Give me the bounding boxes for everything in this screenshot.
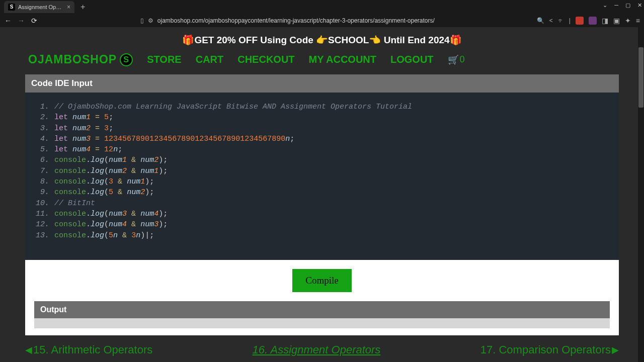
back-button[interactable]: ← <box>4 17 12 25</box>
nav-store[interactable]: STORE <box>147 54 182 65</box>
favicon-icon: S <box>8 4 15 11</box>
cart-button[interactable]: 🛒0 <box>448 54 465 65</box>
reload-button[interactable]: ⟳ <box>30 17 38 25</box>
code-text: console.log(num4 & num3); <box>54 219 168 230</box>
line-number: 4. <box>32 134 54 144</box>
maximize-icon[interactable]: ▢ <box>625 2 630 9</box>
code-text: let num1 = 5; <box>54 112 113 123</box>
code-line: 5.let num4 = 12n; <box>32 144 612 155</box>
extension-icon[interactable] <box>589 17 597 25</box>
code-line: 8.console.log(3 & num1); <box>32 176 612 187</box>
line-number: 11. <box>32 209 54 219</box>
share-icon[interactable]: < <box>549 17 553 24</box>
code-text: let num3 = 12345678901234567890123456789… <box>54 134 294 144</box>
line-number: 6. <box>32 155 54 165</box>
browser-tab[interactable]: S Assignment Operators - O × <box>4 1 74 13</box>
line-number: 13. <box>32 230 54 241</box>
output-header: Output <box>34 301 610 318</box>
triangle-left-icon: ◀ <box>25 344 32 355</box>
close-tab-icon[interactable]: × <box>67 4 70 11</box>
code-text: console.log(num3 & num4); <box>54 209 168 219</box>
extension-icon[interactable] <box>576 17 584 25</box>
code-text: // OjamboShop.com Learning JavaScript Bi… <box>54 102 412 112</box>
nav-cart[interactable]: CART <box>196 54 224 65</box>
code-text: console.log(5n & 3n)|; <box>54 230 154 241</box>
bookmark-icon[interactable]: ▯ <box>140 17 144 24</box>
reader-icon[interactable]: ▣ <box>613 17 620 25</box>
close-window-icon[interactable]: ✕ <box>637 2 642 9</box>
code-line: 9.console.log(5 & num2); <box>32 187 612 198</box>
cart-count: 0 <box>460 54 465 65</box>
cart-icon: 🛒 <box>448 54 459 65</box>
code-text: console.log(3 & num1); <box>54 176 154 187</box>
tab-title: Assignment Operators - O <box>18 4 64 10</box>
zoom-icon[interactable]: 🔍 <box>537 17 544 24</box>
code-text: console.log(num2 & num1); <box>54 166 168 176</box>
sidebar-icon[interactable]: ◨ <box>602 17 608 25</box>
code-line: 1.// OjamboShop.com Learning JavaScript … <box>32 102 612 112</box>
line-number: 12. <box>32 219 54 230</box>
code-text: let num4 = 12n; <box>54 144 122 155</box>
line-number: 1. <box>32 102 54 112</box>
rss-icon[interactable]: ᯤ <box>558 17 564 24</box>
site-settings-icon[interactable]: ⚙ <box>148 17 153 24</box>
divider: | <box>569 17 571 24</box>
code-text: let num2 = 3; <box>54 123 113 134</box>
chevron-down-icon[interactable]: ⌄ <box>603 2 607 9</box>
nav-myaccount[interactable]: MY ACCOUNT <box>309 54 376 65</box>
code-text: console.log(num1 & num2); <box>54 155 168 165</box>
triangle-right-icon: ▶ <box>612 344 619 355</box>
code-line: 4.let num3 = 123456789012345678901234567… <box>32 134 612 144</box>
ide-header: Code IDE Input <box>25 74 619 93</box>
next-chapter-label: 17. Comparison Operators <box>480 343 611 356</box>
minimize-icon[interactable]: ─ <box>614 2 618 9</box>
scrollbar[interactable] <box>638 27 644 362</box>
code-text: // BitInt <box>54 198 95 209</box>
brand-text: OJAMBOSHOP <box>28 53 117 66</box>
brand-logo[interactable]: OJAMBOSHOP S <box>28 53 133 66</box>
promo-banner: 🎁GET 20% OFF Using Code 👉SCHOOL👈 Until E… <box>0 27 644 50</box>
compile-button[interactable]: Compile <box>292 269 351 292</box>
prev-chapter-link[interactable]: ◀ 15. Arithmetic Operators <box>25 343 152 356</box>
code-editor[interactable]: 1.// OjamboShop.com Learning JavaScript … <box>25 93 619 260</box>
scrollbar-thumb[interactable] <box>638 47 643 108</box>
forward-button: → <box>17 17 25 25</box>
current-chapter-link[interactable]: 16. Assignment Operators <box>253 343 381 356</box>
url-text: ojamboshop.com/ojamboshoppaycontent/lear… <box>157 17 435 24</box>
brand-icon: S <box>120 53 133 66</box>
next-chapter-link[interactable]: 17. Comparison Operators ▶ <box>480 343 619 356</box>
line-number: 3. <box>32 123 54 134</box>
code-line: 12.console.log(num4 & num3); <box>32 219 612 230</box>
code-text: console.log(5 & num2); <box>54 187 154 198</box>
sparkle-icon[interactable]: ✦ <box>625 17 631 25</box>
new-tab-button[interactable]: + <box>80 3 85 12</box>
code-line: 6.console.log(num1 & num2); <box>32 155 612 165</box>
code-line: 10.// BitInt <box>32 198 612 209</box>
line-number: 7. <box>32 166 54 176</box>
nav-checkout[interactable]: CHECKOUT <box>237 54 294 65</box>
line-number: 8. <box>32 176 54 187</box>
code-line: 11.console.log(num3 & num4); <box>32 209 612 219</box>
line-number: 10. <box>32 198 54 209</box>
line-number: 2. <box>32 112 54 123</box>
code-line: 2.let num1 = 5; <box>32 112 612 123</box>
nav-logout[interactable]: LOGOUT <box>390 54 434 65</box>
menu-icon[interactable]: ≡ <box>636 17 640 25</box>
code-line: 7.console.log(num2 & num1); <box>32 166 612 176</box>
line-number: 9. <box>32 187 54 198</box>
prev-chapter-label: 15. Arithmetic Operators <box>33 343 152 356</box>
current-chapter-label: 16. Assignment Operators <box>253 343 381 356</box>
code-line: 3.let num2 = 3; <box>32 123 612 134</box>
address-bar[interactable]: ▯ ⚙ ojamboshop.com/ojamboshoppaycontent/… <box>43 17 532 24</box>
line-number: 5. <box>32 144 54 155</box>
output-body <box>34 318 610 328</box>
code-line: 13.console.log(5n & 3n)|; <box>32 230 612 241</box>
